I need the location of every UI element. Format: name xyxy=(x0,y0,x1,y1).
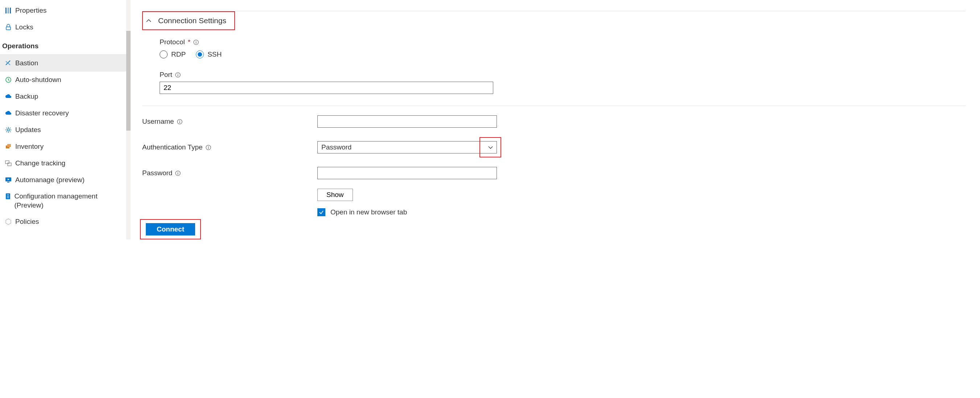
protocol-radio-rdp[interactable]: RDP xyxy=(159,51,186,59)
svg-rect-15 xyxy=(7,144,11,147)
sidebar-item-updates[interactable]: Updates xyxy=(0,121,126,138)
svg-point-27 xyxy=(196,41,197,41)
sidebar-item-label: Configuration management (Preview) xyxy=(14,192,127,210)
properties-icon xyxy=(3,7,14,14)
sidebar-item-backup[interactable]: Backup xyxy=(0,88,126,105)
clipboard-icon xyxy=(3,193,13,199)
svg-line-10 xyxy=(6,128,7,129)
inventory-icon xyxy=(3,143,14,150)
sidebar-item-auto-shutdown[interactable]: Auto-shutdown xyxy=(0,72,126,88)
svg-marker-25 xyxy=(6,219,11,224)
sidebar-item-inventory[interactable]: Inventory xyxy=(0,138,126,155)
username-label: Username xyxy=(142,118,317,126)
policies-icon xyxy=(3,218,14,225)
sidebar-item-label: Backup xyxy=(15,92,45,101)
change-tracking-icon xyxy=(3,160,14,167)
info-icon[interactable] xyxy=(193,40,199,45)
protocol-label: Protocol * xyxy=(159,38,980,46)
protocol-radio-group: RDP SSH xyxy=(159,51,980,59)
svg-point-36 xyxy=(208,146,208,146)
sidebar-item-label: Auto-shutdown xyxy=(15,75,68,84)
svg-point-5 xyxy=(7,129,10,131)
select-value: Password xyxy=(321,143,352,151)
sidebar-scrollbar[interactable] xyxy=(126,0,130,239)
sidebar-item-bastion[interactable]: Bastion xyxy=(0,55,126,72)
svg-point-39 xyxy=(178,172,178,172)
port-label: Port xyxy=(159,71,980,79)
gear-icon xyxy=(3,127,14,133)
show-button[interactable]: Show xyxy=(317,189,353,201)
radio-label: SSH xyxy=(207,51,222,59)
sidebar-item-label: Automanage (preview) xyxy=(15,175,92,185)
sidebar-item-label: Disaster recovery xyxy=(15,109,76,118)
svg-line-11 xyxy=(10,131,11,132)
info-icon[interactable] xyxy=(175,170,181,176)
sidebar-item-locks[interactable]: Locks xyxy=(0,19,126,35)
sidebar-section-operations: Operations xyxy=(0,35,126,55)
sidebar-item-label: Updates xyxy=(15,126,48,135)
automanage-icon xyxy=(3,177,14,183)
info-icon[interactable] xyxy=(177,119,183,124)
sidebar-item-label: Properties xyxy=(15,6,54,15)
svg-rect-2 xyxy=(10,8,11,13)
connect-button-highlight: Connect xyxy=(140,219,201,239)
svg-rect-16 xyxy=(5,161,9,164)
svg-line-13 xyxy=(6,131,7,132)
svg-point-33 xyxy=(179,120,180,121)
connect-button[interactable]: Connect xyxy=(146,223,195,236)
radio-label: RDP xyxy=(171,51,186,59)
expander-title: Connection Settings xyxy=(158,16,226,25)
sidebar-scrollbar-thumb[interactable] xyxy=(126,31,130,131)
auth-type-select[interactable]: Password xyxy=(317,141,497,153)
svg-rect-28 xyxy=(196,42,196,43)
protocol-radio-ssh[interactable]: SSH xyxy=(196,51,222,59)
username-input[interactable] xyxy=(317,115,497,128)
sidebar-item-label: Locks xyxy=(15,23,41,32)
svg-rect-0 xyxy=(5,8,6,13)
svg-rect-3 xyxy=(6,27,11,30)
sidebar-item-label: Change tracking xyxy=(15,159,73,168)
clock-icon xyxy=(3,76,14,83)
lock-icon xyxy=(3,24,14,30)
info-icon[interactable] xyxy=(206,145,211,150)
bastion-icon xyxy=(3,60,14,66)
sidebar-item-configuration-management[interactable]: Configuration management (Preview) xyxy=(0,188,126,213)
svg-point-30 xyxy=(177,73,178,74)
sidebar-item-change-tracking[interactable]: Change tracking xyxy=(0,155,126,172)
password-input[interactable] xyxy=(317,167,497,179)
cloud-dr-icon xyxy=(3,110,14,116)
cloud-backup-icon xyxy=(3,94,14,99)
sidebar-item-label: Policies xyxy=(15,217,46,226)
sidebar-item-policies[interactable]: Policies xyxy=(0,213,126,230)
svg-rect-34 xyxy=(179,121,180,123)
radio-checked-icon xyxy=(196,51,204,59)
connection-settings-expander[interactable]: Connection Settings xyxy=(142,11,235,30)
svg-rect-40 xyxy=(178,173,178,175)
info-icon[interactable] xyxy=(175,72,181,78)
radio-unchecked-icon xyxy=(159,51,167,59)
password-label: Password xyxy=(142,169,317,177)
open-new-tab-label: Open in new browser tab xyxy=(331,208,407,216)
auth-type-label: Authentication Type xyxy=(142,143,317,151)
svg-rect-1 xyxy=(8,8,9,13)
svg-rect-37 xyxy=(208,147,208,149)
chevron-up-icon xyxy=(146,18,152,24)
svg-rect-19 xyxy=(7,182,10,183)
sidebar-item-disaster-recovery[interactable]: Disaster recovery xyxy=(0,105,126,121)
sidebar-item-label: Bastion xyxy=(15,59,45,68)
open-new-tab-checkbox[interactable] xyxy=(317,208,325,216)
sidebar-item-properties[interactable]: Properties xyxy=(0,2,126,19)
svg-rect-31 xyxy=(178,74,178,76)
port-input[interactable] xyxy=(159,82,493,94)
sidebar-item-label: Inventory xyxy=(15,142,51,151)
sidebar-item-automanage[interactable]: Automanage (preview) xyxy=(0,172,126,188)
svg-line-12 xyxy=(10,128,11,129)
svg-rect-17 xyxy=(8,163,11,166)
